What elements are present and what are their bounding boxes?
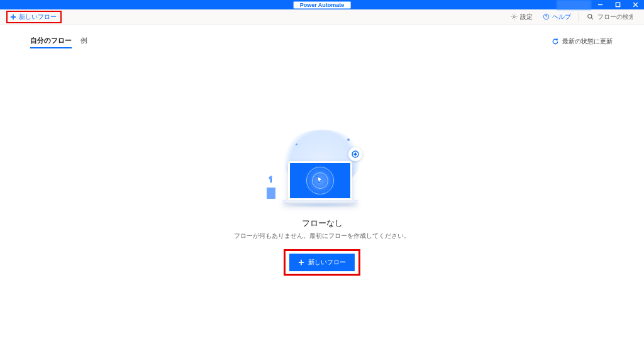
svg-point-8	[546, 18, 547, 18]
plant-icon	[267, 182, 275, 199]
tabs: 自分のフロー 例	[30, 36, 614, 49]
refresh-icon	[552, 38, 559, 45]
svg-point-6	[513, 16, 515, 18]
tab-my-flows[interactable]: 自分のフロー	[30, 36, 72, 48]
settings-button[interactable]: 設定	[507, 9, 536, 24]
close-icon	[633, 2, 638, 8]
command-bar: 新しいフロー 設定 ヘルプ	[0, 9, 644, 25]
window-close-button[interactable]	[626, 0, 644, 9]
search-icon	[587, 13, 594, 20]
app-title: Power Automate	[294, 1, 351, 8]
user-area-blurred[interactable]	[557, 0, 591, 9]
refresh-button[interactable]: 最新の状態に更新	[552, 37, 613, 46]
search-flows[interactable]	[583, 13, 638, 21]
separator	[579, 13, 579, 21]
settings-label: 設定	[520, 13, 533, 21]
window-minimize-button[interactable]	[591, 0, 609, 9]
new-flow-button[interactable]: 新しいフロー	[6, 11, 62, 23]
command-bar-right: 設定 ヘルプ	[507, 9, 638, 24]
empty-title: フローなし	[234, 218, 410, 229]
svg-point-9	[588, 14, 592, 18]
plus-icon	[298, 259, 304, 266]
empty-subtitle: フローが何もありません。最初にフローを作成してください。	[234, 232, 410, 240]
help-label: ヘルプ	[552, 13, 571, 21]
titlebar-right	[557, 0, 644, 9]
titlebar: Power Automate	[0, 0, 644, 9]
search-input[interactable]	[596, 13, 634, 21]
refresh-label: 最新の状態に更新	[562, 37, 613, 46]
new-flow-primary-label: 新しいフロー	[308, 258, 346, 267]
tab-examples[interactable]: 例	[80, 36, 87, 48]
svg-rect-1	[616, 3, 619, 6]
laptop-icon	[288, 161, 358, 204]
svg-line-10	[591, 18, 592, 19]
plus-badge-icon	[348, 147, 362, 161]
help-icon	[543, 13, 550, 20]
window-maximize-button[interactable]	[609, 0, 626, 9]
cursor-icon	[315, 175, 325, 186]
help-button[interactable]: ヘルプ	[539, 9, 575, 24]
plus-icon	[10, 14, 16, 20]
maximize-icon	[615, 2, 621, 8]
new-flow-button-highlight: 新しいフロー	[284, 249, 360, 276]
gear-icon	[511, 13, 518, 20]
content-area: 自分のフロー 例 最新の状態に更新	[0, 25, 644, 348]
minimize-icon	[597, 2, 603, 8]
empty-state: フローなし フローが何もありません。最初にフローを作成してください。 新しいフロ…	[234, 130, 410, 276]
empty-illustration	[265, 130, 379, 211]
new-flow-primary-button[interactable]: 新しいフロー	[289, 254, 355, 271]
new-flow-label: 新しいフロー	[19, 13, 57, 21]
